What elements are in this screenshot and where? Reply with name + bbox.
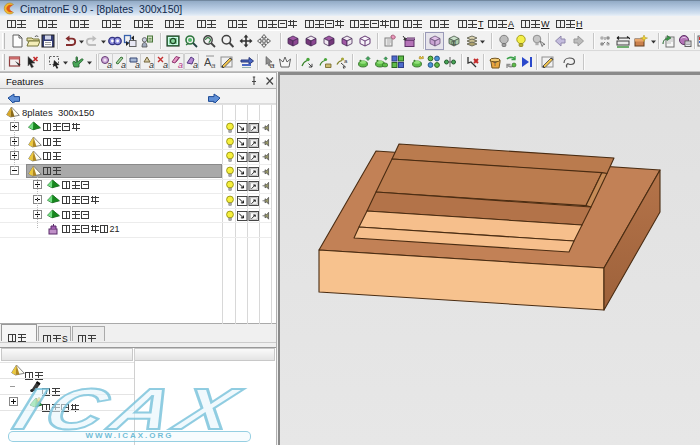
svg-text:a: a: [270, 61, 275, 69]
svg-text:T: T: [493, 61, 497, 67]
svg-text:a: a: [344, 58, 348, 64]
svg-text:a: a: [211, 61, 216, 69]
svg-text:01: 01: [451, 40, 457, 46]
